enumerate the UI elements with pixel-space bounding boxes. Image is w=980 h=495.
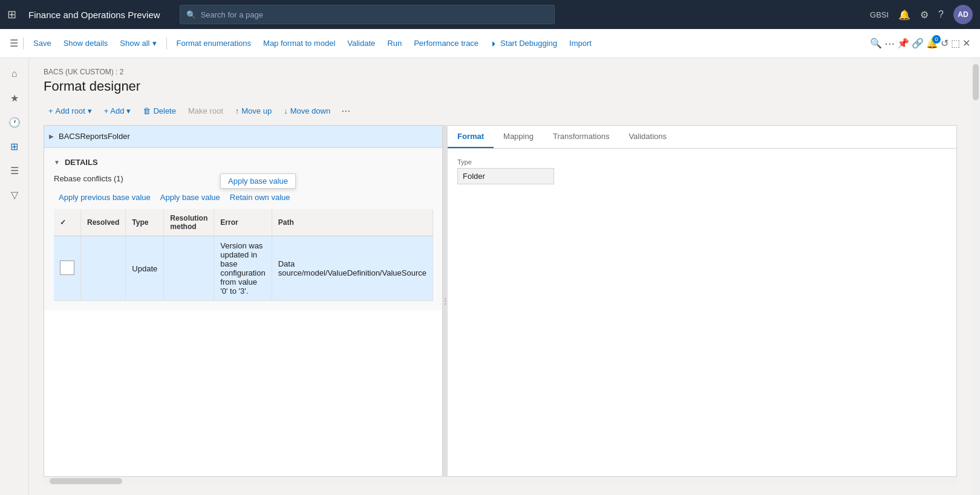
details-collapse-icon[interactable]: ▼ xyxy=(54,159,60,166)
retain-own-value-button[interactable]: Retain own value xyxy=(225,190,295,204)
save-button[interactable]: Save xyxy=(28,36,56,50)
move-down-button[interactable]: ↓ Move down xyxy=(279,104,335,118)
breadcrumb: BACS (UK CUSTOM) : 2 xyxy=(44,68,957,76)
delete-button[interactable]: 🗑 Delete xyxy=(138,104,181,118)
main-layout: ⌂ ★ 🕐 ⊞ ☰ ▽ BACS (UK CUSTOM) : 2 Format … xyxy=(0,58,980,495)
notifications-icon[interactable]: 🔔 xyxy=(898,9,910,21)
pane-divider[interactable] xyxy=(443,125,448,477)
col-method-header: Resolution method xyxy=(164,209,214,236)
search-placeholder: Search for a page xyxy=(201,10,263,19)
sidebar-workspaces-icon[interactable]: ⊞ xyxy=(4,135,25,157)
tree-row-root[interactable]: ▶ BACSReportsFolder xyxy=(44,126,442,147)
details-header: ▼ DETAILS xyxy=(54,158,433,167)
popout-icon[interactable]: ⬚ xyxy=(951,37,960,49)
tab-bar: Format Mapping Transformations Validatio… xyxy=(448,126,956,149)
toolbar-ext-icon[interactable]: 🔗 xyxy=(912,37,924,49)
page-title: Format designer xyxy=(44,79,957,94)
sidebar-filter-icon[interactable]: ▽ xyxy=(4,184,25,205)
add-root-chevron-icon: ▾ xyxy=(88,106,92,115)
horizontal-scrollbar[interactable] xyxy=(44,477,957,485)
tab-validations[interactable]: Validations xyxy=(619,126,676,148)
user-code: GBSI xyxy=(870,10,889,19)
delete-icon: 🗑 xyxy=(143,106,151,115)
row-checkbox[interactable] xyxy=(60,260,74,275)
format-area: ▶ BACSReportsFolder ▼ DETAILS Rebase con… xyxy=(44,125,957,477)
toolbar-more-icon[interactable]: ··· xyxy=(884,36,895,50)
left-sidebar: ⌂ ★ 🕐 ⊞ ☰ ▽ xyxy=(0,58,29,495)
help-icon[interactable]: ? xyxy=(938,9,944,20)
start-debugging-button[interactable]: ⏵ Start Debugging xyxy=(486,36,562,50)
search-box[interactable]: 🔍 Search for a page xyxy=(180,5,555,24)
vertical-scrollbar[interactable] xyxy=(972,58,980,495)
top-navigation-bar: ⊞ Finance and Operations Preview 🔍 Searc… xyxy=(0,0,980,29)
content-area: BACS (UK CUSTOM) : 2 Format designer + A… xyxy=(29,58,972,495)
arrow-up-icon: ↑ xyxy=(235,106,240,115)
sidebar-home-icon[interactable]: ⌂ xyxy=(4,63,25,85)
apply-previous-base-value-button[interactable]: Apply previous base value xyxy=(54,190,155,204)
action-row: Apply base value Apply previous base val… xyxy=(54,190,433,204)
apply-base-value-tooltip[interactable]: Apply base value xyxy=(220,173,296,189)
show-details-button[interactable]: Show details xyxy=(59,36,113,50)
col-type-header: Type xyxy=(126,209,164,236)
toolbar-divider-2 xyxy=(166,37,167,50)
tab-transformations[interactable]: Transformations xyxy=(543,126,619,148)
validate-button[interactable]: Validate xyxy=(342,36,380,50)
check-all-icon[interactable]: ✓ xyxy=(60,218,66,227)
row-method-cell xyxy=(164,236,214,301)
arrow-down-icon: ↓ xyxy=(284,106,288,115)
search-icon: 🔍 xyxy=(186,10,196,19)
right-panel: Format Mapping Transformations Validatio… xyxy=(448,125,957,477)
hscrollbar-thumb[interactable] xyxy=(50,478,122,484)
row-path-cell: Data source/model/ValueDefinition/ValueS… xyxy=(272,236,433,301)
row-type-cell: Update xyxy=(126,236,164,301)
sidebar-favorites-icon[interactable]: ★ xyxy=(4,87,25,109)
move-up-button[interactable]: ↑ Move up xyxy=(230,104,276,118)
make-root-button[interactable]: Make root xyxy=(183,104,228,118)
grid-icon[interactable]: ⊞ xyxy=(7,8,16,21)
tree-expand-icon: ▶ xyxy=(49,133,59,140)
details-title: DETAILS xyxy=(65,158,98,167)
col-check-header: ✓ xyxy=(54,209,81,236)
hamburger-icon[interactable]: ☰ xyxy=(10,37,18,49)
tab-content: Type Folder xyxy=(448,149,956,476)
type-field-row: Type Folder xyxy=(457,158,947,184)
topbar-right-area: GBSI 🔔 ⚙ ? AD xyxy=(870,5,973,24)
map-format-button[interactable]: Map format to model xyxy=(258,36,340,50)
run-button[interactable]: Run xyxy=(382,36,407,50)
tab-mapping[interactable]: Mapping xyxy=(494,126,543,148)
conflict-table: ✓ Resolved Type Resolution method Error … xyxy=(54,209,433,301)
toolbar-divider-1 xyxy=(23,37,24,50)
close-icon[interactable]: ✕ xyxy=(962,37,970,49)
main-toolbar: ☰ Save Show details Show all ▾ Format en… xyxy=(0,29,980,58)
add-button[interactable]: + Add ▾ xyxy=(99,104,136,118)
vscrollbar-thumb[interactable] xyxy=(973,64,979,100)
details-area: ▼ DETAILS Rebase conflicts (1) Apply bas… xyxy=(44,147,442,311)
tab-format[interactable]: Format xyxy=(448,126,494,148)
table-row[interactable]: Update Version was updated in base confi… xyxy=(54,236,433,301)
apply-base-value-button[interactable]: Apply base value xyxy=(155,190,225,204)
col-resolved-header: Resolved xyxy=(81,209,126,236)
notifications-badge[interactable]: 🔔0 xyxy=(926,37,938,49)
tree-pane: ▶ BACSReportsFolder ▼ DETAILS Rebase con… xyxy=(44,125,443,477)
col-path-header: Path xyxy=(272,209,433,236)
type-field-label: Type xyxy=(457,158,947,166)
settings-icon[interactable]: ⚙ xyxy=(920,9,929,21)
sidebar-list-icon[interactable]: ☰ xyxy=(4,160,25,181)
chevron-down-icon: ▾ xyxy=(152,39,157,48)
col-error-header: Error xyxy=(214,209,272,236)
inner-toolbar-more[interactable]: ··· xyxy=(338,105,354,117)
type-field-value: Folder xyxy=(457,168,554,184)
sidebar-recent-icon[interactable]: 🕐 xyxy=(4,111,25,133)
import-button[interactable]: Import xyxy=(564,36,596,50)
show-all-button[interactable]: Show all ▾ xyxy=(115,36,161,50)
row-check-cell xyxy=(54,236,81,301)
add-root-button[interactable]: + Add root ▾ xyxy=(44,104,97,118)
format-enumerations-button[interactable]: Format enumerations xyxy=(172,36,256,50)
row-error-cell: Version was updated in base configuratio… xyxy=(214,236,272,301)
toolbar-search-icon[interactable]: 🔍 xyxy=(870,37,882,49)
performance-trace-button[interactable]: Performance trace xyxy=(409,36,483,50)
tree-node-label: BACSReportsFolder xyxy=(59,132,130,141)
toolbar-pin-icon[interactable]: 📌 xyxy=(897,37,909,49)
user-avatar[interactable]: AD xyxy=(953,5,973,24)
refresh-icon[interactable]: ↺ xyxy=(941,37,949,49)
